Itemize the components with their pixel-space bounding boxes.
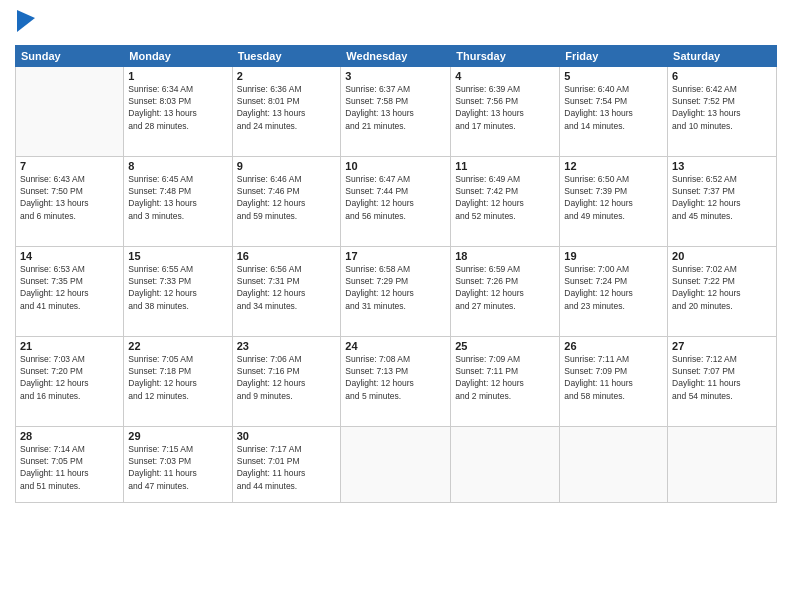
header (15, 10, 777, 37)
calendar-cell: 21Sunrise: 7:03 AMSunset: 7:20 PMDayligh… (16, 336, 124, 426)
day-number: 8 (128, 160, 227, 172)
calendar-cell: 3Sunrise: 6:37 AMSunset: 7:58 PMDaylight… (341, 66, 451, 156)
calendar-cell: 27Sunrise: 7:12 AMSunset: 7:07 PMDayligh… (668, 336, 777, 426)
calendar-cell: 20Sunrise: 7:02 AMSunset: 7:22 PMDayligh… (668, 246, 777, 336)
day-info: Sunrise: 6:36 AMSunset: 8:01 PMDaylight:… (237, 83, 337, 132)
day-number: 11 (455, 160, 555, 172)
day-number: 12 (564, 160, 663, 172)
weekday-header-saturday: Saturday (668, 45, 777, 66)
day-info: Sunrise: 6:37 AMSunset: 7:58 PMDaylight:… (345, 83, 446, 132)
day-info: Sunrise: 7:08 AMSunset: 7:13 PMDaylight:… (345, 353, 446, 402)
day-info: Sunrise: 6:43 AMSunset: 7:50 PMDaylight:… (20, 173, 119, 222)
day-number: 13 (672, 160, 772, 172)
day-info: Sunrise: 6:46 AMSunset: 7:46 PMDaylight:… (237, 173, 337, 222)
day-number: 26 (564, 340, 663, 352)
weekday-header-thursday: Thursday (451, 45, 560, 66)
day-number: 20 (672, 250, 772, 262)
svg-marker-0 (17, 10, 35, 32)
day-info: Sunrise: 6:34 AMSunset: 8:03 PMDaylight:… (128, 83, 227, 132)
day-info: Sunrise: 7:06 AMSunset: 7:16 PMDaylight:… (237, 353, 337, 402)
day-number: 3 (345, 70, 446, 82)
day-number: 17 (345, 250, 446, 262)
logo-icon (17, 10, 35, 32)
day-number: 19 (564, 250, 663, 262)
day-info: Sunrise: 7:11 AMSunset: 7:09 PMDaylight:… (564, 353, 663, 402)
day-info: Sunrise: 7:02 AMSunset: 7:22 PMDaylight:… (672, 263, 772, 312)
weekday-header-tuesday: Tuesday (232, 45, 341, 66)
day-number: 22 (128, 340, 227, 352)
week-row-2: 7Sunrise: 6:43 AMSunset: 7:50 PMDaylight… (16, 156, 777, 246)
day-info: Sunrise: 7:00 AMSunset: 7:24 PMDaylight:… (564, 263, 663, 312)
calendar-cell: 7Sunrise: 6:43 AMSunset: 7:50 PMDaylight… (16, 156, 124, 246)
calendar: SundayMondayTuesdayWednesdayThursdayFrid… (15, 45, 777, 503)
calendar-cell: 26Sunrise: 7:11 AMSunset: 7:09 PMDayligh… (560, 336, 668, 426)
week-row-4: 21Sunrise: 7:03 AMSunset: 7:20 PMDayligh… (16, 336, 777, 426)
calendar-cell: 5Sunrise: 6:40 AMSunset: 7:54 PMDaylight… (560, 66, 668, 156)
day-info: Sunrise: 6:56 AMSunset: 7:31 PMDaylight:… (237, 263, 337, 312)
day-info: Sunrise: 7:12 AMSunset: 7:07 PMDaylight:… (672, 353, 772, 402)
calendar-cell: 30Sunrise: 7:17 AMSunset: 7:01 PMDayligh… (232, 426, 341, 502)
day-number: 6 (672, 70, 772, 82)
day-info: Sunrise: 7:17 AMSunset: 7:01 PMDaylight:… (237, 443, 337, 492)
day-info: Sunrise: 6:49 AMSunset: 7:42 PMDaylight:… (455, 173, 555, 222)
calendar-cell: 19Sunrise: 7:00 AMSunset: 7:24 PMDayligh… (560, 246, 668, 336)
day-info: Sunrise: 6:39 AMSunset: 7:56 PMDaylight:… (455, 83, 555, 132)
day-number: 28 (20, 430, 119, 442)
day-number: 21 (20, 340, 119, 352)
calendar-cell: 6Sunrise: 6:42 AMSunset: 7:52 PMDaylight… (668, 66, 777, 156)
calendar-cell: 18Sunrise: 6:59 AMSunset: 7:26 PMDayligh… (451, 246, 560, 336)
day-number: 18 (455, 250, 555, 262)
day-info: Sunrise: 7:09 AMSunset: 7:11 PMDaylight:… (455, 353, 555, 402)
calendar-cell (16, 66, 124, 156)
day-number: 16 (237, 250, 337, 262)
day-number: 15 (128, 250, 227, 262)
day-info: Sunrise: 7:03 AMSunset: 7:20 PMDaylight:… (20, 353, 119, 402)
calendar-cell: 24Sunrise: 7:08 AMSunset: 7:13 PMDayligh… (341, 336, 451, 426)
day-info: Sunrise: 6:52 AMSunset: 7:37 PMDaylight:… (672, 173, 772, 222)
day-number: 25 (455, 340, 555, 352)
calendar-cell (560, 426, 668, 502)
calendar-cell: 2Sunrise: 6:36 AMSunset: 8:01 PMDaylight… (232, 66, 341, 156)
day-info: Sunrise: 7:05 AMSunset: 7:18 PMDaylight:… (128, 353, 227, 402)
day-info: Sunrise: 6:55 AMSunset: 7:33 PMDaylight:… (128, 263, 227, 312)
calendar-cell: 23Sunrise: 7:06 AMSunset: 7:16 PMDayligh… (232, 336, 341, 426)
calendar-cell: 12Sunrise: 6:50 AMSunset: 7:39 PMDayligh… (560, 156, 668, 246)
day-number: 30 (237, 430, 337, 442)
weekday-header-friday: Friday (560, 45, 668, 66)
calendar-cell: 29Sunrise: 7:15 AMSunset: 7:03 PMDayligh… (124, 426, 232, 502)
day-info: Sunrise: 6:58 AMSunset: 7:29 PMDaylight:… (345, 263, 446, 312)
calendar-cell: 14Sunrise: 6:53 AMSunset: 7:35 PMDayligh… (16, 246, 124, 336)
calendar-cell: 22Sunrise: 7:05 AMSunset: 7:18 PMDayligh… (124, 336, 232, 426)
calendar-cell: 4Sunrise: 6:39 AMSunset: 7:56 PMDaylight… (451, 66, 560, 156)
day-info: Sunrise: 6:45 AMSunset: 7:48 PMDaylight:… (128, 173, 227, 222)
day-info: Sunrise: 6:40 AMSunset: 7:54 PMDaylight:… (564, 83, 663, 132)
calendar-cell: 11Sunrise: 6:49 AMSunset: 7:42 PMDayligh… (451, 156, 560, 246)
week-row-1: 1Sunrise: 6:34 AMSunset: 8:03 PMDaylight… (16, 66, 777, 156)
weekday-header-monday: Monday (124, 45, 232, 66)
calendar-cell: 9Sunrise: 6:46 AMSunset: 7:46 PMDaylight… (232, 156, 341, 246)
weekday-header-row: SundayMondayTuesdayWednesdayThursdayFrid… (16, 45, 777, 66)
page: SundayMondayTuesdayWednesdayThursdayFrid… (0, 0, 792, 612)
weekday-header-wednesday: Wednesday (341, 45, 451, 66)
calendar-cell (341, 426, 451, 502)
day-number: 5 (564, 70, 663, 82)
calendar-cell: 10Sunrise: 6:47 AMSunset: 7:44 PMDayligh… (341, 156, 451, 246)
logo-text (15, 10, 35, 37)
day-info: Sunrise: 6:50 AMSunset: 7:39 PMDaylight:… (564, 173, 663, 222)
calendar-cell: 17Sunrise: 6:58 AMSunset: 7:29 PMDayligh… (341, 246, 451, 336)
calendar-cell: 28Sunrise: 7:14 AMSunset: 7:05 PMDayligh… (16, 426, 124, 502)
day-number: 29 (128, 430, 227, 442)
calendar-cell: 8Sunrise: 6:45 AMSunset: 7:48 PMDaylight… (124, 156, 232, 246)
day-number: 24 (345, 340, 446, 352)
day-info: Sunrise: 7:15 AMSunset: 7:03 PMDaylight:… (128, 443, 227, 492)
day-number: 1 (128, 70, 227, 82)
day-info: Sunrise: 6:53 AMSunset: 7:35 PMDaylight:… (20, 263, 119, 312)
day-number: 9 (237, 160, 337, 172)
calendar-cell: 1Sunrise: 6:34 AMSunset: 8:03 PMDaylight… (124, 66, 232, 156)
calendar-cell: 16Sunrise: 6:56 AMSunset: 7:31 PMDayligh… (232, 246, 341, 336)
day-number: 23 (237, 340, 337, 352)
calendar-cell: 13Sunrise: 6:52 AMSunset: 7:37 PMDayligh… (668, 156, 777, 246)
logo (15, 10, 35, 37)
day-number: 27 (672, 340, 772, 352)
day-number: 2 (237, 70, 337, 82)
